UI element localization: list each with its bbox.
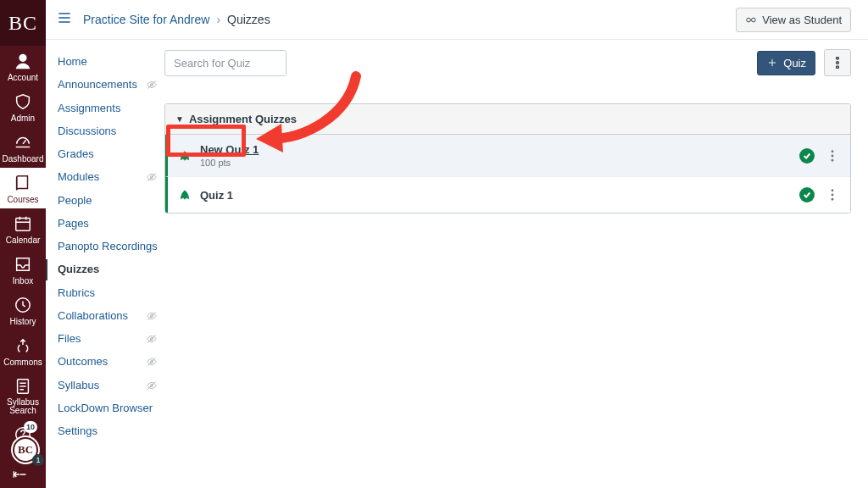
course-nav-link[interactable]: Discussions [58, 125, 116, 138]
quiz-group-title: Assignment Quizzes [189, 113, 297, 125]
course-nav-item[interactable]: Modules [58, 167, 164, 187]
quiz-title-wrap: Quiz 1 [200, 189, 233, 202]
nav-label: Calendar [6, 236, 41, 245]
breadcrumb-current: Quizzes [227, 13, 270, 26]
course-nav-item[interactable]: Outcomes [58, 352, 164, 372]
quiz-options-button[interactable] [824, 49, 851, 76]
course-nav-link[interactable]: Home [58, 55, 87, 69]
course-nav-item[interactable]: People [58, 191, 164, 211]
course-nav-item[interactable]: Collaborations [58, 306, 164, 326]
quiz-row-options[interactable] [825, 186, 840, 204]
nav-commons[interactable]: Commons [0, 330, 46, 371]
quiz-row-options[interactable] [825, 147, 840, 165]
quiz-row: New Quiz 1100 pts [165, 135, 850, 176]
published-toggle[interactable] [799, 187, 815, 202]
svg-point-6 [752, 18, 756, 22]
caret-down-icon: ▼ [175, 114, 184, 124]
svg-point-14 [837, 62, 839, 64]
syllabus-icon [13, 376, 33, 396]
topbar: Practice Site for Andrew › Quizzes View … [46, 0, 868, 40]
published-toggle[interactable] [799, 148, 815, 164]
course-nav-item[interactable]: Announcements [58, 75, 164, 95]
rocket-icon [178, 188, 192, 202]
course-nav-link[interactable]: Assignments [58, 102, 120, 115]
course-nav-link[interactable]: Announcements [58, 78, 137, 92]
add-quiz-button[interactable]: Quiz [757, 51, 815, 75]
quiz-title-wrap: New Quiz 1100 pts [200, 143, 259, 168]
course-nav-item[interactable]: Files [58, 329, 164, 349]
course-nav-link[interactable]: Settings [58, 424, 97, 438]
nav-courses[interactable]: Courses [0, 168, 46, 208]
nav-dashboard[interactable]: Dashboard [0, 127, 46, 168]
nav-label: Admin [11, 114, 35, 123]
breadcrumb-sep: › [216, 13, 220, 26]
quiz-title-link[interactable]: Quiz 1 [200, 189, 233, 202]
course-nav-item[interactable]: Grades [58, 144, 164, 164]
nav-admin[interactable]: Admin [0, 86, 46, 127]
help-badge: 10 [24, 421, 37, 433]
page-content: Quiz ▼ Assignment Quizzes New Quiz 1100 … [164, 49, 851, 214]
button-label: Quiz [783, 57, 806, 69]
plus-icon [766, 57, 778, 69]
course-nav-link[interactable]: Rubrics [58, 286, 95, 300]
svg-point-13 [837, 57, 839, 59]
course-nav-item[interactable]: Discussions [58, 121, 164, 141]
svg-point-0 [19, 54, 26, 62]
course-nav-link[interactable]: Panopto Recordings [58, 240, 158, 253]
nav-label: Dashboard [3, 154, 44, 164]
view-as-student-button[interactable]: View as Student [736, 8, 851, 32]
course-nav-link[interactable]: LockDown Browser [58, 402, 153, 415]
nav-label: Syllabus Search [0, 398, 46, 415]
course-nav-link[interactable]: People [58, 194, 92, 208]
collapse-nav[interactable] [0, 466, 46, 483]
hidden-eye-icon [146, 171, 158, 183]
rocket-icon [178, 149, 192, 163]
course-nav-item[interactable]: Assignments [58, 98, 164, 119]
quiz-row: Quiz 1 [165, 176, 850, 213]
nav-label: Account [8, 73, 38, 82]
course-nav-item[interactable]: LockDown Browser [58, 398, 164, 419]
course-nav-item[interactable]: Syllabus [58, 375, 164, 396]
hidden-eye-icon [146, 310, 158, 322]
nav-label: History [9, 317, 36, 326]
course-nav-item[interactable]: Rubrics [58, 283, 164, 303]
course-nav-item[interactable]: Panopto Recordings [58, 236, 164, 257]
svg-point-16 [832, 150, 834, 152]
svg-point-19 [832, 189, 834, 191]
svg-point-21 [832, 198, 834, 201]
glasses-icon [745, 14, 757, 25]
course-nav-link[interactable]: Files [58, 332, 81, 346]
svg-point-17 [832, 154, 834, 157]
nav-syllabus-search[interactable]: Syllabus Search [0, 371, 46, 419]
nav-label: Inbox [13, 276, 33, 286]
search-input[interactable] [164, 50, 287, 76]
breadcrumb: Practice Site for Andrew › Quizzes [83, 13, 270, 26]
course-nav-item[interactable]: Pages [58, 214, 164, 234]
global-nav: BC Account Admin Dashboard Courses Calen… [0, 0, 46, 488]
nav-account[interactable]: Account [0, 46, 46, 86]
svg-rect-1 [16, 219, 31, 231]
nav-inbox[interactable]: Inbox [0, 249, 46, 290]
course-nav-link[interactable]: Collaborations [58, 309, 128, 323]
brand-logo[interactable]: BC [0, 0, 46, 46]
course-nav-link[interactable]: Syllabus [58, 379, 99, 392]
course-nav-link[interactable]: Pages [58, 217, 89, 230]
course-nav-link[interactable]: Grades [58, 147, 94, 161]
course-nav: HomeAnnouncementsAssignmentsDiscussionsG… [46, 40, 164, 444]
course-nav-link[interactable]: Quizzes [58, 263, 99, 276]
nav-calendar[interactable]: Calendar [0, 208, 46, 249]
course-nav-item[interactable]: Settings [58, 421, 164, 441]
quiz-title-link[interactable]: New Quiz 1 [200, 143, 259, 156]
svg-point-15 [837, 66, 839, 69]
course-nav-item[interactable]: Quizzes [46, 259, 164, 280]
breadcrumb-course[interactable]: Practice Site for Andrew [83, 13, 209, 26]
course-nav-item[interactable]: Home [58, 52, 164, 72]
quiz-group-header[interactable]: ▼ Assignment Quizzes [165, 104, 850, 135]
svg-point-5 [747, 18, 751, 22]
nav-history[interactable]: History [0, 290, 46, 330]
hidden-eye-icon [146, 356, 158, 368]
svg-point-20 [832, 194, 834, 197]
course-nav-link[interactable]: Outcomes [58, 355, 108, 369]
course-nav-link[interactable]: Modules [58, 170, 99, 184]
hamburger-icon[interactable] [56, 9, 73, 30]
